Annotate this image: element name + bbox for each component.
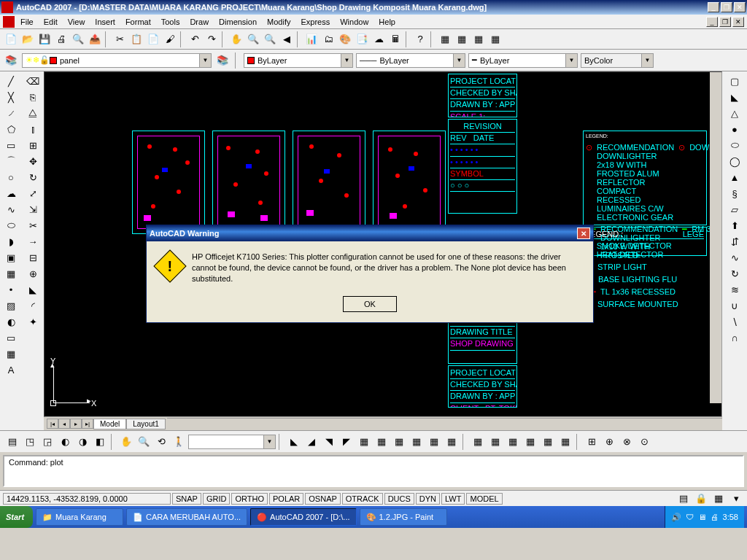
rectangle-icon[interactable]: ▭ <box>3 137 19 153</box>
v9-icon[interactable]: ▦ <box>505 434 521 450</box>
arc-icon[interactable]: ⌒ <box>3 153 19 169</box>
loft-icon[interactable]: ≋ <box>727 281 743 298</box>
restore-button[interactable]: ❐ <box>721 2 732 12</box>
region-icon[interactable]: ▭ <box>3 330 19 346</box>
ok-button[interactable]: OK <box>343 296 397 312</box>
canvas-scroll-v[interactable] <box>710 72 721 403</box>
v1-icon[interactable]: ▦ <box>356 434 372 450</box>
pan2-icon[interactable]: ✋ <box>118 434 134 450</box>
v12-icon[interactable]: ▦ <box>557 434 573 450</box>
orbit-icon[interactable]: ⟲ <box>153 434 169 450</box>
open-icon[interactable]: 📂 <box>20 31 36 47</box>
fillet-icon[interactable]: ◜ <box>25 298 41 314</box>
back-view-icon[interactable]: ◑ <box>74 434 90 450</box>
menu-view[interactable]: View <box>63 16 90 28</box>
v3-icon[interactable]: ▦ <box>391 434 407 450</box>
preview-icon[interactable]: 🔍 <box>70 31 86 47</box>
scale-icon[interactable]: ⤢ <box>25 185 41 201</box>
zoom2-icon[interactable]: 🔍 <box>136 434 152 450</box>
revcloud-icon[interactable]: ☁ <box>3 185 19 201</box>
ucs2-icon[interactable]: ⊕ <box>601 434 617 450</box>
block3-icon[interactable]: ▦ <box>471 31 487 47</box>
menu-modify[interactable]: Modify <box>263 16 295 28</box>
taskbar-item-1[interactable]: 📁 Muara Karang <box>36 508 123 526</box>
gradient-icon[interactable]: ◐ <box>3 314 19 330</box>
menu-file[interactable]: File <box>16 16 38 28</box>
extend-icon[interactable]: → <box>25 233 41 249</box>
menu-help[interactable]: Help <box>374 16 400 28</box>
toggle-dyn[interactable]: DYN <box>416 493 440 505</box>
tray-icon[interactable]: 🖨 <box>711 513 719 521</box>
markup-icon[interactable]: ☁ <box>371 31 387 47</box>
designcenter-icon[interactable]: 🗂 <box>320 31 336 47</box>
toggle-polar[interactable]: POLAR <box>269 493 303 505</box>
subtract-icon[interactable]: ∖ <box>727 314 743 330</box>
visual-style-combo[interactable]: ▼ <box>188 435 276 449</box>
dialog-close-icon[interactable]: ✕ <box>577 228 590 239</box>
bottom-view-icon[interactable]: ◲ <box>39 434 55 450</box>
paste-icon[interactable]: 📄 <box>145 31 161 47</box>
status-icon-4[interactable]: ▾ <box>728 491 744 507</box>
tray-icon[interactable]: 🛡 <box>686 513 694 521</box>
v10-icon[interactable]: ▦ <box>522 434 538 450</box>
toggle-lwt[interactable]: LWT <box>441 493 465 505</box>
ellipse-icon[interactable]: ⬭ <box>3 217 19 233</box>
zoom-icon[interactable]: 🔍 <box>245 31 261 47</box>
lineweight-combo[interactable]: ━ ByLayer▼ <box>468 53 578 68</box>
taskbar-item-2[interactable]: 📄 CARA MERUBAH AUTO... <box>126 508 247 526</box>
iso-se-icon[interactable]: ◢ <box>303 434 320 450</box>
pline-icon[interactable]: ⟋ <box>3 105 19 121</box>
extrude-icon[interactable]: ⬆ <box>727 217 743 233</box>
helix-icon[interactable]: § <box>727 185 743 201</box>
start-button[interactable]: Start <box>0 506 33 528</box>
circle-icon[interactable]: ○ <box>3 169 19 185</box>
new-icon[interactable]: 📄 <box>3 31 19 47</box>
menu-insert[interactable]: Insert <box>90 16 120 28</box>
zoom-prev-icon[interactable]: ◀ <box>279 31 295 47</box>
table-icon[interactable]: ▦ <box>3 346 19 362</box>
mdi-minimize-button[interactable]: _ <box>706 17 718 27</box>
pan-icon[interactable]: ✋ <box>228 31 244 47</box>
v6-icon[interactable]: ▦ <box>444 434 460 450</box>
break-icon[interactable]: ⊟ <box>25 249 41 265</box>
menu-express[interactable]: Express <box>296 16 334 28</box>
cylinder-icon[interactable]: ⬭ <box>727 137 743 153</box>
undo-icon[interactable]: ↶ <box>187 31 203 47</box>
close-button[interactable]: ✕ <box>734 2 746 12</box>
layer-manager-icon[interactable]: 📚 <box>3 52 19 69</box>
block-icon[interactable]: ▦ <box>437 31 453 47</box>
tab-prev-icon[interactable]: ◂ <box>58 419 70 429</box>
tray-icon[interactable]: 🔊 <box>671 513 681 522</box>
polygon-icon[interactable]: ⬠ <box>3 121 19 137</box>
toggle-ducs[interactable]: DUCS <box>384 493 414 505</box>
presspull-icon[interactable]: ⇵ <box>727 233 743 249</box>
dialog-titlebar[interactable]: AutoCAD Warning ✕ <box>147 225 593 241</box>
help-icon[interactable]: ? <box>412 31 428 47</box>
plot-icon[interactable]: 🖨 <box>53 31 69 47</box>
trim-icon[interactable]: ✂ <box>25 217 41 233</box>
mdi-restore-button[interactable]: ❐ <box>719 17 731 27</box>
status-icon-3[interactable]: ▦ <box>711 491 727 507</box>
insert-icon[interactable]: ▣ <box>3 249 19 265</box>
planar-icon[interactable]: ▱ <box>727 201 743 217</box>
chamfer-icon[interactable]: ◣ <box>25 281 41 298</box>
revolve-icon[interactable]: ↻ <box>727 265 743 281</box>
explode-icon[interactable]: ✦ <box>25 314 41 330</box>
ucs1-icon[interactable]: ⊞ <box>584 434 600 450</box>
color-combo[interactable]: ByLayer▼ <box>244 53 353 68</box>
join-icon[interactable]: ⊕ <box>25 265 41 281</box>
toggle-otrack[interactable]: OTRACK <box>342 493 383 505</box>
linetype-combo[interactable]: ─── ByLayer▼ <box>356 53 465 68</box>
walk-icon[interactable]: 🚶 <box>171 434 187 450</box>
iso-nw-icon[interactable]: ◤ <box>338 434 355 450</box>
sphere-icon[interactable]: ● <box>727 121 743 137</box>
tab-layout1[interactable]: Layout1 <box>126 419 166 429</box>
intersect-icon[interactable]: ∩ <box>727 330 743 346</box>
front-view-icon[interactable]: ◐ <box>57 434 73 450</box>
toggle-snap[interactable]: SNAP <box>172 493 201 505</box>
stretch-icon[interactable]: ⇲ <box>25 201 41 217</box>
tab-next-icon[interactable]: ▸ <box>70 419 82 429</box>
line-icon[interactable]: ╱ <box>3 73 19 89</box>
tray-icon[interactable]: 🖥 <box>698 513 706 521</box>
v8-icon[interactable]: ▦ <box>487 434 503 450</box>
